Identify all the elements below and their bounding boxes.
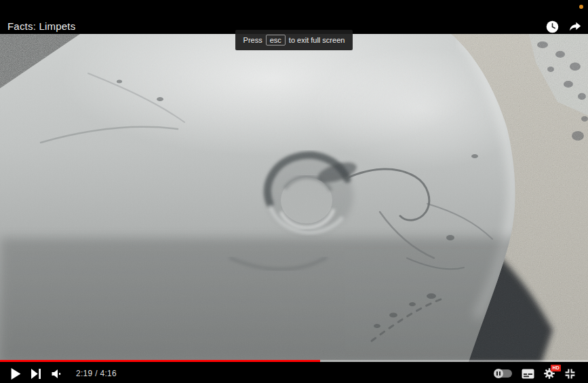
- watch-later-icon: [545, 20, 560, 34]
- subtitles-button[interactable]: [522, 369, 534, 379]
- control-bar: 2:19 / 4:16: [0, 362, 588, 383]
- top-actions: [543, 18, 584, 35]
- fullscreen-toast: Press esc to exit full screen: [235, 30, 353, 50]
- autoplay-toggle[interactable]: [494, 369, 512, 378]
- exit-fullscreen-button[interactable]: [564, 368, 576, 380]
- video-player: Facts: Limpets Press esc to exit full sc…: [0, 0, 588, 383]
- share-icon: [568, 19, 583, 34]
- toast-suffix: to exit full screen: [289, 36, 345, 44]
- toast-prefix: Press: [243, 36, 262, 44]
- hd-quality-badge: HD: [551, 365, 561, 371]
- esc-key-label: esc: [266, 35, 286, 45]
- volume-button[interactable]: [51, 369, 62, 379]
- exit-fullscreen-icon: [564, 368, 576, 380]
- next-button[interactable]: [31, 369, 41, 379]
- next-icon: [31, 369, 41, 379]
- play-button[interactable]: [11, 368, 21, 380]
- settings-button[interactable]: HD: [544, 368, 555, 379]
- share-button[interactable]: [566, 18, 584, 35]
- volume-low-icon: [51, 369, 62, 379]
- autoplay-toggle-knob: [494, 369, 503, 378]
- controls-left: 2:19 / 4:16: [11, 364, 117, 383]
- video-scene: [0, 34, 588, 364]
- video-title: Facts: Limpets: [7, 20, 75, 32]
- time-display: 2:19 / 4:16: [76, 369, 117, 378]
- recording-indicator-dot: [579, 5, 583, 9]
- video-frame[interactable]: [0, 34, 588, 364]
- watch-later-button[interactable]: [543, 18, 561, 35]
- play-icon: [11, 368, 21, 380]
- controls-right: HD: [494, 364, 576, 383]
- subtitles-icon: [522, 369, 534, 379]
